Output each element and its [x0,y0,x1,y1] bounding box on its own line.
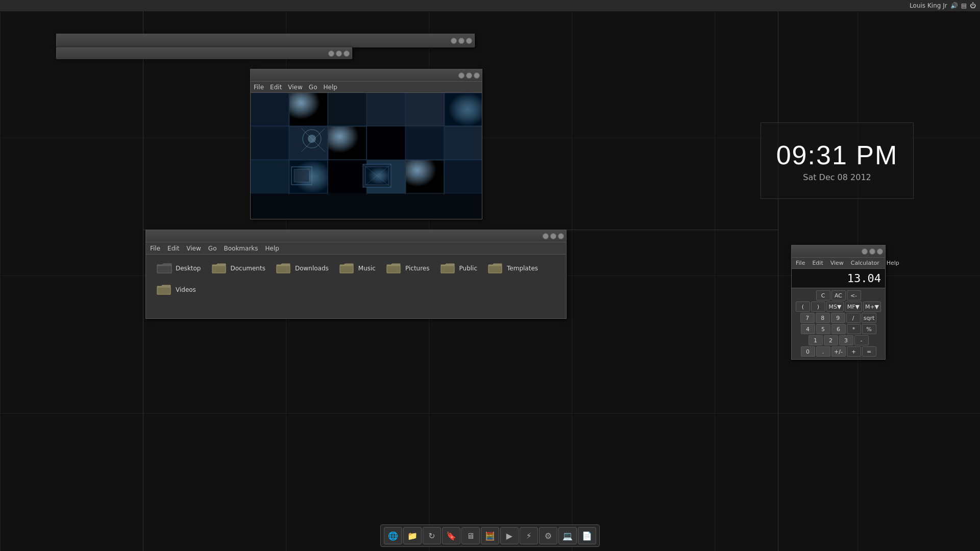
calc-backspace[interactable]: <- [847,290,861,300]
calc-7[interactable]: 7 [800,313,815,323]
documents-folder-icon [211,262,228,275]
calc-1[interactable]: 1 [808,335,823,345]
minimize-button-4[interactable] [543,233,549,239]
calc-plus[interactable]: + [847,346,861,357]
taskbar-refresh[interactable]: ↻ [423,527,441,544]
menu-help[interactable]: Help [323,84,337,91]
toolbar-titlebar-2 [57,48,352,59]
calc-8[interactable]: 8 [816,313,830,323]
folder-documents[interactable]: Documents [208,260,268,277]
fm-menu-edit[interactable]: Edit [167,245,179,252]
calc-menu-help[interactable]: Help [887,260,899,266]
calc-0[interactable]: 0 [801,346,815,357]
network-icon[interactable]: ▤ [961,2,967,9]
fm-menu-view[interactable]: View [186,245,201,252]
minimize-button-1[interactable] [451,38,457,44]
minimize-button-5[interactable] [862,248,868,255]
menu-file[interactable]: File [254,84,264,91]
svg-rect-36 [157,266,172,273]
taskbar-files[interactable]: 📁 [403,527,422,544]
calc-divide[interactable]: / [846,313,861,323]
maximize-button-2[interactable] [336,51,342,57]
menu-go[interactable]: Go [309,84,317,91]
menu-edit[interactable]: Edit [270,84,282,91]
public-folder-label: Public [459,265,478,272]
window-controls-3 [458,72,480,79]
calc-menu-calculator[interactable]: Calculator [851,260,879,266]
folder-pictures[interactable]: Pictures [383,260,433,277]
image-content [251,93,482,219]
taskbar-play[interactable]: ▶ [500,527,519,544]
calc-ms[interactable]: MS▼ [826,302,844,312]
folder-music[interactable]: Music [336,260,379,277]
top-bar: Louis King Jr 🔊 ▤ ⏻ [0,0,980,11]
pictures-folder-label: Pictures [405,265,430,272]
calc-paren-close[interactable]: ) [811,302,825,312]
taskbar-settings[interactable]: ⚙ [539,527,557,544]
volume-icon[interactable]: 🔊 [950,2,958,9]
calculator-titlebar [792,245,885,258]
calc-decimal[interactable]: . [816,346,830,357]
calc-4[interactable]: 4 [801,324,815,334]
maximize-button-5[interactable] [869,248,875,255]
maximize-button-1[interactable] [458,38,464,44]
templates-folder-label: Templates [507,265,538,272]
close-button-5[interactable] [877,248,883,255]
calc-mf[interactable]: MF▼ [845,302,862,312]
maximize-button-4[interactable] [550,233,556,239]
close-button-3[interactable] [474,72,480,79]
menu-view[interactable]: View [288,84,302,91]
calculator-menubar: File Edit View Calculator Help [792,258,885,269]
fm-menu-file[interactable]: File [150,245,160,252]
calc-6[interactable]: 6 [831,324,846,334]
fm-menu-bookmarks[interactable]: Bookmarks [224,245,258,252]
svg-rect-7 [251,127,289,160]
top-bar-right: Louis King Jr 🔊 ▤ ⏻ [910,2,976,9]
calc-allclear[interactable]: AC [831,290,846,300]
fm-menu-help[interactable]: Help [265,245,279,252]
calc-row-3: 4 5 6 * % [794,324,883,334]
folder-downloads[interactable]: Downloads [273,260,332,277]
calc-multiply[interactable]: * [847,324,861,334]
close-button-1[interactable] [466,38,472,44]
calc-2[interactable]: 2 [824,335,838,345]
fm-menu-go[interactable]: Go [208,245,217,252]
taskbar-document[interactable]: 📄 [578,527,596,544]
calc-menu-file[interactable]: File [796,260,805,266]
calculator-display: 13.04 [792,269,885,288]
close-button-4[interactable] [558,233,564,239]
taskbar-calculator[interactable]: 🧮 [481,527,499,544]
taskbar-network[interactable]: ⚡ [520,527,538,544]
calc-mplus[interactable]: M+▼ [863,302,881,312]
calc-equals[interactable]: = [862,346,876,357]
calc-percent[interactable]: % [862,324,876,334]
calc-posneg[interactable]: +/- [831,346,846,357]
folder-templates[interactable]: Templates [484,260,541,277]
folder-desktop[interactable]: Desktop [153,260,204,277]
calc-5[interactable]: 5 [816,324,830,334]
taskbar-bookmarks[interactable]: 🔖 [442,527,460,544]
calc-minus[interactable]: - [854,335,869,345]
clock-time: 09:31 PM [776,140,898,170]
taskbar-monitor[interactable]: 🖥 [461,527,480,544]
calc-menu-view[interactable]: View [830,260,844,266]
svg-rect-41 [441,266,454,273]
minimize-button-3[interactable] [458,72,464,79]
calc-menu-edit[interactable]: Edit [812,260,823,266]
calc-clear[interactable]: C [816,290,830,300]
maximize-button-3[interactable] [466,72,472,79]
folder-videos[interactable]: Videos [153,281,199,298]
calc-paren-open[interactable]: ( [796,302,810,312]
calc-sqrt[interactable]: sqrt [862,313,877,323]
minimize-button-2[interactable] [328,51,334,57]
calc-3[interactable]: 3 [839,335,853,345]
power-icon[interactable]: ⏻ [970,2,976,9]
folder-icon: 📁 [407,531,418,541]
close-button-2[interactable] [344,51,350,57]
svg-rect-31 [294,169,309,182]
taskbar-terminal[interactable]: 💻 [558,527,577,544]
folder-public[interactable]: Public [437,260,481,277]
taskbar-browser[interactable]: 🌐 [384,527,402,544]
calc-9[interactable]: 9 [831,313,845,323]
svg-rect-39 [340,266,353,273]
